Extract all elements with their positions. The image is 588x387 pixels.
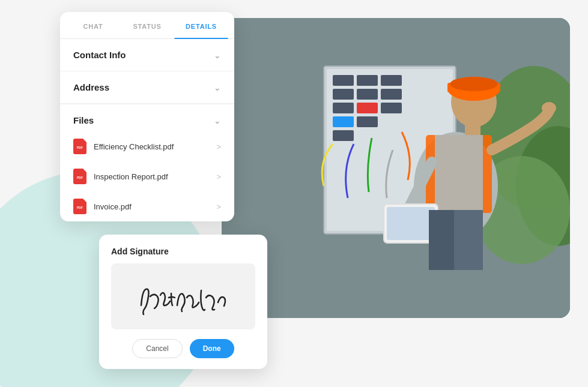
arrow-right-icon-3: > <box>216 202 221 211</box>
chevron-down-icon: ⌄ <box>214 83 221 92</box>
file-name-1: Efficiency Checklist.pdf <box>94 142 174 151</box>
chat-panel: CHAT STATUS DETAILS Contact Info ⌄ Addre… <box>60 12 234 221</box>
address-section[interactable]: Address ⌄ <box>60 71 234 104</box>
signature-drawing <box>129 272 237 320</box>
svg-rect-15 <box>381 75 402 86</box>
file-left-2: PDF Inspection Report.pdf <box>73 169 168 184</box>
svg-rect-10 <box>333 130 354 141</box>
svg-rect-8 <box>333 103 354 113</box>
files-label: Files <box>73 115 94 125</box>
contact-info-label: Contact Info <box>73 50 126 60</box>
svg-rect-6 <box>333 75 354 86</box>
pdf-icon-1: PDF <box>73 139 86 154</box>
svg-rect-14 <box>357 116 378 127</box>
tab-bar: CHAT STATUS DETAILS <box>60 12 234 39</box>
file-left-3: PDF Invoice.pdf <box>73 199 132 214</box>
svg-rect-13 <box>357 103 378 113</box>
signature-panel: Add Signature Cancel Done <box>99 235 267 369</box>
file-left-1: PDF Efficiency Checklist.pdf <box>73 139 174 154</box>
tab-details[interactable]: DETAILS <box>174 12 228 38</box>
svg-rect-11 <box>357 75 378 86</box>
svg-point-26 <box>542 102 556 114</box>
address-label: Address <box>73 82 109 92</box>
chevron-down-icon: ⌄ <box>214 50 221 60</box>
svg-rect-9 <box>333 116 354 127</box>
chevron-down-icon: ⌄ <box>214 116 221 125</box>
svg-rect-17 <box>381 103 402 113</box>
file-item-3[interactable]: PDF Invoice.pdf > <box>60 191 234 221</box>
arrow-right-icon-2: > <box>216 172 221 181</box>
tab-status[interactable]: STATUS <box>120 12 174 38</box>
svg-rect-30 <box>429 210 454 270</box>
pdf-icon-3: PDF <box>73 199 86 214</box>
signature-buttons: Cancel Done <box>111 339 255 358</box>
svg-point-22 <box>450 77 498 91</box>
files-section-header[interactable]: Files ⌄ <box>60 104 234 131</box>
cancel-button[interactable]: Cancel <box>132 339 182 358</box>
tab-chat[interactable]: CHAT <box>66 12 120 38</box>
file-item-2[interactable]: PDF Inspection Report.pdf > <box>60 161 234 191</box>
done-button[interactable]: Done <box>190 339 234 358</box>
svg-rect-16 <box>381 89 402 100</box>
signature-title: Add Signature <box>111 247 255 256</box>
file-item-1[interactable]: PDF Efficiency Checklist.pdf > <box>60 131 234 161</box>
photo-area <box>222 18 570 318</box>
svg-rect-23 <box>465 123 480 135</box>
svg-rect-7 <box>333 89 354 100</box>
svg-rect-12 <box>357 89 378 100</box>
pdf-icon-2: PDF <box>73 169 86 184</box>
file-name-3: Invoice.pdf <box>94 202 132 211</box>
svg-rect-25 <box>435 135 483 213</box>
svg-rect-28 <box>387 207 435 240</box>
signature-area[interactable] <box>111 263 255 329</box>
file-name-2: Inspection Report.pdf <box>94 172 168 181</box>
arrow-right-icon-1: > <box>216 142 221 151</box>
contact-info-section[interactable]: Contact Info ⌄ <box>60 39 234 71</box>
